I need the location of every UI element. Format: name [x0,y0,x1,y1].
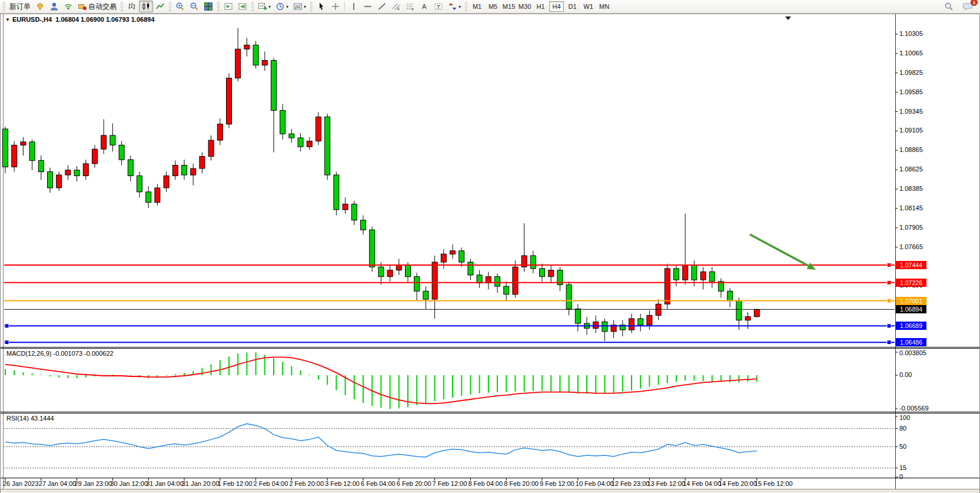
timeframe-button-h1[interactable]: H1 [533,1,548,12]
text-icon: A [420,2,429,11]
chart-shift-icon [238,2,247,11]
new-order-button[interactable]: 新订单 [7,1,33,12]
price-line-tag: 1.07001 [896,297,926,305]
line-chart-button[interactable] [153,1,167,12]
channel-icon: E [391,2,401,11]
toolbar-grip[interactable] [121,2,123,11]
chart-shift-button[interactable] [235,1,250,12]
chart-shift-marker-icon[interactable] [785,16,791,20]
timeframe-button-m15[interactable]: M15 [501,1,516,12]
gem-button[interactable] [33,1,47,12]
timeframe-button-m1[interactable]: M1 [470,1,484,12]
time-axis-label: 30 Jan 12:00 [110,480,148,487]
toolbar-grip[interactable] [251,2,254,11]
price-line-tag: 1.07444 [896,261,926,269]
tile-windows-button[interactable] [201,1,215,12]
time-axis-label: 1 Feb 12:00 [218,480,253,487]
price-line-tag: 1.06689 [896,322,926,330]
auto-scroll-button[interactable] [221,1,235,12]
rsi-indicator-label: RSI(14) 43.1444 [6,415,54,422]
main-toolbar: 新订单 自动交易 [0,0,980,14]
cursor-icon [317,2,326,11]
text-tool-button[interactable]: A [417,1,431,12]
time-axis-label: 8 Feb 20:00 [504,480,539,487]
horizontal-line-tool-button[interactable] [361,1,375,12]
timeframe-button-mn[interactable]: MN [597,1,612,12]
trendline-tool-button[interactable] [375,1,389,12]
svg-text:F: F [412,8,414,11]
chart-symbol-period: EURUSD-,H4 [12,16,52,23]
notification-button[interactable]: 1 [961,1,975,12]
timeframe-button-d1[interactable]: D1 [565,1,580,12]
autotrade-button[interactable]: 自动交易 [75,1,119,12]
horizontal-price-lines[interactable] [4,263,895,344]
vertical-line-tool-button[interactable] [347,1,361,12]
svg-text:E: E [397,7,400,11]
zoom-in-button[interactable] [173,1,187,12]
rsi-tick-label: 50 [899,443,906,450]
time-axis-label: 27 Jan 04:00 [39,480,77,487]
price-tick-label: 1.08865 [899,146,923,153]
trader-button[interactable] [47,1,61,12]
time-axis-label: 7 Feb 12:00 [433,480,467,487]
timeframe-button-m30[interactable]: M30 [517,1,532,12]
zoom-out-button[interactable] [187,1,201,12]
horizontal-line-icon [363,2,373,11]
cursor-tool-button[interactable] [314,1,328,12]
template-icon [293,2,303,11]
app-window: 新订单 自动交易 [0,0,980,493]
price-tick-label: 1.08625 [899,166,923,173]
collapse-ohlc-arrow-icon[interactable]: ▼ [5,17,10,22]
text-label-tool-button[interactable]: T [431,1,446,12]
time-axis-label: 2 Feb 04:00 [254,480,288,487]
clock-icon [275,2,285,11]
time-axis-label: 14 Feb 04:00 [683,480,721,487]
timeframe-button-m5[interactable]: M5 [486,1,500,12]
rsi-tick-label: 100 [899,414,910,421]
trendline-icon [377,2,387,11]
crosshair-tool-button[interactable] [328,1,343,12]
time-axis-label: 10 Feb 04:00 [576,480,614,487]
template-button[interactable]: ▾ [291,1,308,12]
new-order-label: 新订单 [9,2,31,12]
text-label-icon: T [434,2,443,11]
chevron-down-icon: ▾ [304,4,306,9]
time-axis-label: 6 Feb 20:00 [397,480,431,487]
chevron-down-icon: ▾ [286,4,288,9]
price-tick-label: 1.10305 [899,30,923,37]
bar-chart-button[interactable] [125,1,139,12]
timeframe-button-h4[interactable]: H4 [549,1,564,12]
arrows-tool-button[interactable]: ▾ [446,1,463,12]
time-axis-label: 8 Feb 04:00 [468,480,503,487]
fibonacci-icon: F [406,2,415,11]
new-chart-icon [258,2,267,11]
toolbar-grip[interactable] [3,2,5,11]
new-chart-button[interactable]: ▾ [255,1,273,12]
timeframe-button-w1[interactable]: W1 [581,1,596,12]
channel-tool-button[interactable]: E [389,1,403,12]
svg-text:A: A [422,3,427,10]
time-axis-label: 6 Feb 04:00 [361,480,396,487]
price-tick-label: 1.09825 [899,69,923,76]
time-axis-label: 15 Feb 12:00 [755,480,793,487]
toolbar-grip[interactable] [217,2,220,11]
chevron-down-icon: ▾ [268,4,271,9]
signal-button[interactable] [61,1,75,12]
period-button[interactable]: ▾ [273,1,291,12]
gold-gem-icon [35,2,45,11]
autotrade-icon [78,2,87,11]
chart-canvas[interactable] [1,14,979,493]
toolbar-grip[interactable] [310,2,313,11]
signal-icon [64,2,73,11]
search-button[interactable] [942,1,956,12]
chart-title: ▼EURUSD-,H4 1.06804 1.06900 1.06793 1.06… [5,16,155,23]
rsi-tick-label: 80 [899,425,906,432]
candles [3,28,760,342]
toolbar-grip[interactable] [465,2,467,11]
candlestick-chart-button[interactable] [139,1,153,12]
price-tick-label: 1.07665 [899,243,923,250]
toolbar-grip[interactable] [169,2,171,11]
fibonacci-tool-button[interactable]: F [403,1,417,12]
price-line-tag: 1.06486 [896,338,926,346]
price-tick-label: 1.08385 [899,185,923,192]
